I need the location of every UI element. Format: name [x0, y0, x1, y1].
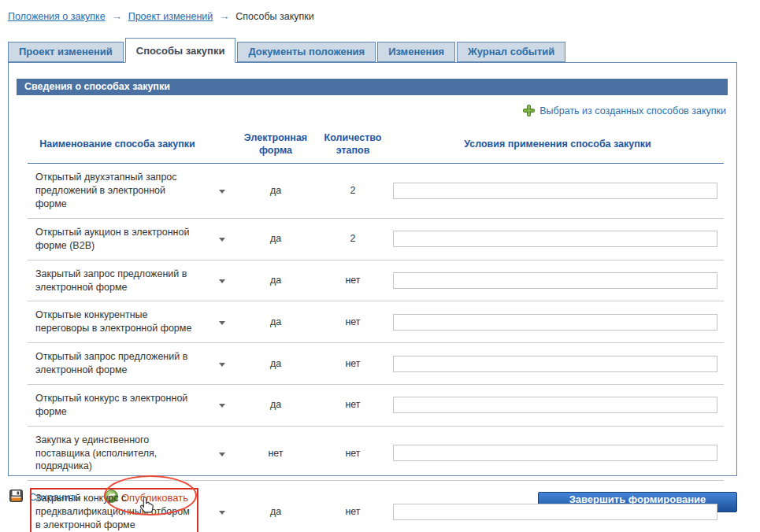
- table-row: Закрытый конкурс с предквалификационным …: [28, 481, 724, 532]
- col-header-stages: Количество этапов: [314, 127, 391, 164]
- condition-input[interactable]: [393, 397, 717, 413]
- condition-input[interactable]: [393, 504, 717, 520]
- methods-table-body: Открытый двухэтапный запрос предложений …: [28, 164, 724, 532]
- condition-input[interactable]: [393, 183, 717, 199]
- electronic-form-value: да: [237, 384, 314, 426]
- condition-input[interactable]: [393, 314, 717, 331]
- breadcrumb-item: Способы закупки: [235, 11, 313, 22]
- electronic-form-value: да: [237, 343, 314, 385]
- method-name: Открытый двухэтапный запрос предложений …: [35, 171, 193, 211]
- breadcrumb: Положения о закупке→Проект изменений→Спо…: [8, 10, 314, 22]
- table-row: Открытый двухэтапный запрос предложений …: [28, 164, 724, 219]
- method-name: Открытые конкурентные переговоры в элект…: [35, 308, 193, 335]
- stages-value: нет: [314, 301, 391, 343]
- chevron-down-icon[interactable]: [219, 404, 225, 408]
- condition-input[interactable]: [393, 445, 717, 461]
- select-row: Выбрать из созданных способов закупки: [9, 105, 726, 120]
- chevron-down-icon[interactable]: [219, 321, 225, 325]
- electronic-form-value: нет: [237, 426, 314, 481]
- chevron-down-icon[interactable]: [219, 363, 225, 367]
- col-header-spacer: [207, 127, 237, 164]
- tab[interactable]: Изменения: [377, 42, 455, 62]
- method-name: Открытый конкурс в электронной форме: [35, 392, 193, 419]
- breadcrumb-arrow-icon: →: [112, 10, 122, 22]
- stages-value: нет: [314, 481, 391, 532]
- stages-value: нет: [314, 384, 391, 426]
- col-header-name: Наименование способа закупки: [28, 127, 207, 164]
- method-name: Открытый запрос предложений в электронно…: [35, 350, 193, 377]
- methods-table: Наименование способа закупки Электронная…: [28, 127, 724, 532]
- condition-input[interactable]: [393, 356, 717, 372]
- chevron-down-icon[interactable]: [219, 279, 225, 283]
- page: Положения о закупке→Проект изменений→Спо…: [0, 0, 760, 532]
- plus-icon: [523, 105, 535, 116]
- table-row: Закупка у единственного поставщика (испо…: [28, 426, 724, 481]
- chevron-down-icon[interactable]: [219, 238, 225, 242]
- method-name: Закрытый запрос предложений в электронно…: [35, 268, 193, 294]
- chevron-down-icon[interactable]: [219, 190, 225, 194]
- electronic-form-value: да: [237, 218, 314, 260]
- table-row: Открытый аукцион в электронной форме (B2…: [28, 218, 724, 260]
- condition-input[interactable]: [393, 231, 717, 247]
- method-name: Закрытый конкурс с предквалификационным …: [30, 488, 198, 532]
- col-header-conditions: Условия применения способа закупки: [391, 127, 724, 164]
- tab-bar: Проект измененийСпособы закупкиДокументы…: [8, 38, 567, 62]
- stages-value: 2: [314, 218, 391, 260]
- stages-value: 2: [314, 164, 391, 219]
- panel-header-bar: Сведения о способах закупки: [17, 79, 728, 95]
- col-header-electronic-form: Электронная форма: [237, 127, 314, 164]
- method-name: Закупка у единственного поставщика (испо…: [35, 434, 193, 474]
- breadcrumb-arrow-icon: →: [219, 10, 229, 22]
- breadcrumb-item[interactable]: Положения о закупке: [8, 11, 106, 22]
- stages-value: нет: [314, 343, 391, 385]
- electronic-form-value: да: [237, 481, 314, 532]
- select-from-created-link[interactable]: Выбрать из созданных способов закупки: [523, 105, 726, 116]
- table-row: Открытый конкурс в электронной форме да …: [28, 384, 724, 426]
- table-row: Открытый запрос предложений в электронно…: [28, 343, 724, 385]
- table-row: Закрытый запрос предложений в электронно…: [28, 260, 724, 301]
- table-row: Открытые конкурентные переговоры в элект…: [28, 301, 724, 343]
- table-header-row: Наименование способа закупки Электронная…: [28, 127, 724, 164]
- select-link-label: Выбрать из созданных способов закупки: [539, 105, 726, 116]
- save-icon: [9, 490, 23, 504]
- breadcrumb-item[interactable]: Проект изменений: [128, 11, 213, 22]
- stages-value: нет: [314, 260, 391, 301]
- stages-value: нет: [314, 426, 391, 481]
- condition-input[interactable]: [393, 272, 717, 289]
- content-panel: Сведения о способах закупки Выбрать из с…: [8, 62, 737, 476]
- tab[interactable]: Документы положения: [237, 42, 376, 62]
- tab-active[interactable]: Способы закупки: [125, 38, 236, 63]
- method-name: Открытый аукцион в электронной форме (B2…: [35, 226, 193, 253]
- tab[interactable]: Журнал событий: [457, 42, 565, 62]
- electronic-form-value: да: [237, 301, 314, 343]
- electronic-form-value: да: [237, 260, 314, 301]
- electronic-form-value: да: [237, 164, 314, 219]
- chevron-down-icon[interactable]: [219, 511, 225, 515]
- tab[interactable]: Проект изменений: [8, 42, 124, 62]
- chevron-down-icon[interactable]: [219, 453, 225, 456]
